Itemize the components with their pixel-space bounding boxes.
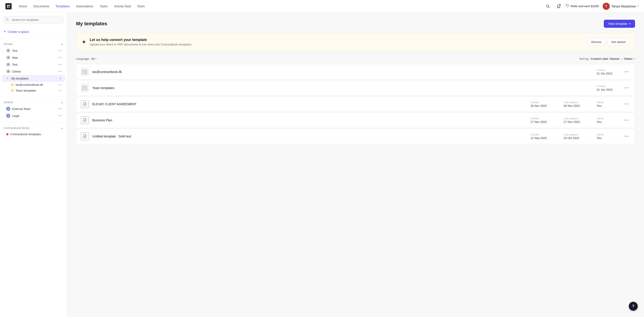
svg-point-7: [6, 18, 8, 20]
notifications-icon[interactable]: [555, 3, 562, 10]
help-button[interactable]: ?: [629, 302, 638, 311]
sidebar-item-external-team[interactable]: External Team •••: [2, 105, 65, 112]
template-meta: Created 17 Nov 2022 Last updated 17 Nov …: [530, 117, 619, 124]
svg-rect-3: [9, 7, 10, 8]
sidebar-item-clients[interactable]: Clients •••: [2, 68, 65, 75]
more-options-icon[interactable]: •••: [58, 49, 62, 52]
more-options-icon[interactable]: •••: [58, 63, 62, 66]
sidebar-item-legal[interactable]: Legal •••: [2, 112, 65, 119]
refer-earn-link[interactable]: Refer and earn $1000: [566, 4, 599, 8]
more-options-icon[interactable]: •••: [622, 69, 630, 75]
more-options-icon[interactable]: •••: [622, 133, 630, 140]
template-row-0[interactable]: tas@contractbook.dk Created 21 Oct 2022 …: [76, 64, 635, 80]
create-space-button[interactable]: + Create a space: [0, 27, 67, 36]
expand-icon: ▼: [6, 77, 9, 80]
private-section-title: Private: [4, 42, 12, 46]
user-menu[interactable]: T Tanya Stoyanova ▾: [603, 3, 639, 10]
more-options-icon[interactable]: •••: [58, 114, 62, 118]
filter-bar: Language: All ▾ Sort by: Creation date: …: [76, 57, 635, 61]
new-template-button[interactable]: New template ▾: [604, 20, 635, 28]
sidebar-folder-team-templates[interactable]: 📁 Team templates •••: [4, 88, 65, 93]
language-dropdown[interactable]: All ▾: [91, 57, 96, 61]
nav-tasks[interactable]: Tasks: [100, 5, 108, 8]
main-header: My templates New template ▾: [76, 20, 635, 28]
sidebar-item-test-2[interactable]: Test •••: [2, 61, 65, 68]
sort-chevron-icon[interactable]: ▾: [634, 57, 635, 60]
nav-automations[interactable]: Automations: [76, 5, 94, 8]
last-updated-label: Last updated: [564, 101, 586, 104]
template-name: Business Plan: [92, 118, 527, 122]
shared-chevron-icon[interactable]: ▲: [61, 101, 63, 104]
document-icon: [81, 132, 89, 140]
more-options-icon[interactable]: •••: [58, 70, 62, 73]
private-chevron-icon[interactable]: ▲: [61, 43, 63, 46]
nav-templates[interactable]: Templates: [56, 5, 70, 8]
folder-icon: [81, 84, 89, 92]
nav-documents[interactable]: Documents: [33, 5, 49, 8]
svg-rect-0: [7, 5, 8, 6]
updated-group: Last updated 17 Nov 2022: [564, 117, 586, 124]
created-group: Created 17 Nov 2022: [530, 117, 553, 124]
sidebar-folder-label: Team templates: [16, 89, 36, 92]
more-options-icon[interactable]: •••: [622, 85, 630, 91]
sidebar-section-shared: Shared ▲ External Team ••• Legal: [0, 98, 67, 120]
created-label: Created: [530, 133, 553, 136]
more-options-icon[interactable]: •••: [58, 89, 62, 92]
app-layout: + Create a space Private ▲ Test •••: [0, 13, 644, 317]
sidebar: + Create a space Private ▲ Test •••: [0, 13, 67, 317]
owner-label: Owner: [596, 133, 619, 136]
convert-template-banner: ✦ Let us help convert your template Uplo…: [76, 33, 635, 51]
sort-value: Creation date: Newest → Oldest: [591, 57, 632, 61]
created-label: Created: [596, 69, 619, 71]
template-row-3[interactable]: Business Plan Created 17 Nov 2022 Last u…: [76, 112, 635, 128]
search-icon[interactable]: [544, 3, 552, 10]
chevron-down-icon: ▾: [629, 22, 630, 25]
created-label: Created: [596, 85, 619, 88]
library-section-title: Contractbook library: [4, 126, 30, 130]
svg-line-8: [8, 20, 9, 21]
template-meta: Created 21 Oct 2022: [596, 69, 619, 75]
sidebar-item-label: Test: [12, 49, 18, 52]
template-list: tas@contractbook.dk Created 21 Oct 2022 …: [76, 64, 635, 144]
banner-actions: Dismiss Get started: [588, 38, 630, 46]
owner-label: Owner: [596, 117, 619, 120]
more-options-icon[interactable]: •••: [622, 117, 630, 124]
sort-control: Sort by: Creation date: Newest → Oldest …: [580, 57, 635, 61]
dismiss-button[interactable]: Dismiss: [588, 38, 605, 46]
sidebar-search: [4, 16, 63, 24]
nav-activity-feed[interactable]: Activity feed: [114, 5, 131, 8]
sidebar-item-my-templates[interactable]: ▼ My templates +: [2, 75, 65, 82]
user-icon: [6, 69, 10, 73]
sidebar-folder-tas[interactable]: 📁 tas@contractbook.dk •••: [4, 82, 65, 88]
template-row-1[interactable]: Team templates Created 21 Jun 2022 •••: [76, 80, 635, 96]
more-options-icon[interactable]: •••: [58, 56, 62, 59]
more-options-icon[interactable]: •••: [58, 83, 62, 86]
more-options-icon[interactable]: •••: [58, 107, 62, 111]
owner-group: Owner You: [596, 133, 619, 140]
nav-home[interactable]: Home: [19, 5, 27, 8]
created-value: 21 Jun 2022: [596, 88, 619, 91]
folder-icon: 📁: [11, 83, 14, 86]
owner-value: You: [596, 104, 619, 107]
template-row-2[interactable]: ELEVAY CLIENT AGREEMENT Created 28 Nov 2…: [76, 96, 635, 112]
add-icon[interactable]: +: [60, 76, 62, 80]
search-icon: [6, 18, 9, 22]
my-templates-sub: 📁 tas@contractbook.dk ••• 📁 Team templat…: [0, 82, 67, 93]
owner-group: Owner You: [596, 101, 619, 107]
sidebar-item-contractbook-templates[interactable]: Contractbook templates: [2, 131, 65, 137]
svg-rect-2: [7, 7, 8, 8]
sidebar-item-test-1[interactable]: Test •••: [2, 47, 65, 54]
user-name: Tanya Stoyanova: [612, 5, 636, 8]
svg-point-13: [8, 108, 8, 109]
more-options-icon[interactable]: •••: [622, 101, 630, 107]
main-content: My templates New template ▾ ✦ Let us hel…: [67, 13, 644, 317]
template-row-4[interactable]: Untitled template . SAM test Created 12 …: [76, 129, 635, 144]
owner-value: You: [596, 120, 619, 124]
sidebar-item-new[interactable]: New •••: [2, 54, 65, 61]
nav-team[interactable]: Team: [137, 5, 145, 8]
search-input[interactable]: [4, 16, 63, 24]
sidebar-item-label: New: [12, 56, 18, 59]
user-chevron-icon: ▾: [637, 5, 639, 8]
library-chevron-icon[interactable]: ▲: [61, 127, 63, 129]
get-started-button[interactable]: Get started: [608, 38, 630, 46]
